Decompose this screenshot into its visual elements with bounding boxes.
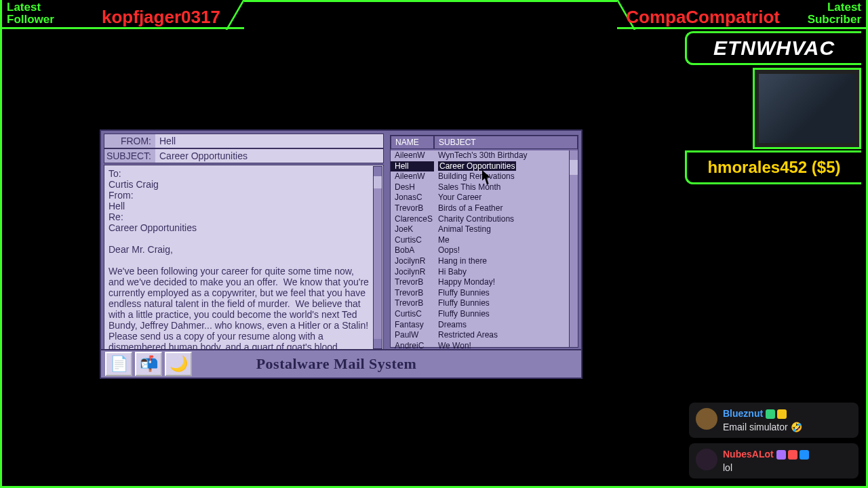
- inbox-row[interactable]: JonasCYour Career: [391, 192, 578, 203]
- night-button[interactable]: 🌙: [165, 352, 192, 376]
- inbox-row-name: CurtisC: [391, 235, 434, 246]
- inbox-header-name[interactable]: NAME: [391, 136, 434, 149]
- chat-panel: BlueznutEmail simulator 🤣NubesALotlol: [689, 397, 859, 479]
- inbox-row[interactable]: CurtisCFluffy Bunnies: [391, 309, 578, 320]
- inbox-row-name: AileenW: [391, 150, 434, 161]
- channel-logo-text: ETNWHVAC: [713, 37, 835, 60]
- inbox-row-subject: Happy Monday!: [434, 277, 578, 288]
- inbox-row[interactable]: JocilynRHang in there: [391, 256, 578, 267]
- chat-badge-icon: [776, 450, 786, 460]
- from-label: FROM:: [104, 134, 155, 148]
- compose-button[interactable]: 📄: [105, 352, 132, 376]
- inbox-row[interactable]: ClarenceSCharity Contributions: [391, 214, 578, 225]
- chat-avatar: [696, 449, 717, 470]
- message-scrollbar[interactable]: [373, 166, 382, 349]
- inbox-row[interactable]: PaulWRestricted Areas: [391, 330, 578, 341]
- inbox-row-subject: Me: [434, 235, 578, 246]
- chat-badges: [776, 450, 809, 460]
- inbox-row-name: DesH: [391, 182, 434, 193]
- inbox-row-subject: Building Renovations: [434, 171, 578, 182]
- chat-text: Email simulator 🤣: [723, 422, 852, 432]
- from-value: Hell: [155, 134, 383, 148]
- chat-badge-icon: [766, 409, 775, 419]
- inbox-header: NAME SUBJECT: [391, 136, 578, 149]
- inbox-row-subject: Birds of a Feather: [434, 203, 578, 214]
- mail-window: FROM: Hell SUBJECT: Career Opportunities…: [100, 129, 583, 379]
- inbox-row[interactable]: CurtisCMe: [391, 235, 578, 246]
- latest-subscriber-label: Latest Subcriber: [808, 1, 861, 26]
- inbox-scrollbar[interactable]: [569, 150, 578, 347]
- inbox-header-subject[interactable]: SUBJECT: [434, 136, 578, 149]
- inbox-row-name: CurtisC: [391, 309, 434, 320]
- inbox-row-subject: Fluffy Bunnies: [434, 309, 578, 320]
- inbox-row-subject: Your Career: [434, 192, 578, 203]
- inbox-row[interactable]: TrevorBBirds of a Feather: [391, 203, 578, 214]
- game-viewport: FROM: Hell SUBJECT: Career Opportunities…: [8, 31, 666, 482]
- inbox-row-subject: Hi Baby: [434, 267, 578, 278]
- inbox-row[interactable]: TrevorBFluffy Bunnies: [391, 288, 578, 299]
- inbox-row-name: TrevorB: [391, 298, 434, 309]
- donation-box: hmorales452 ($5): [685, 150, 861, 184]
- chat-message[interactable]: NubesALotlol: [689, 443, 859, 479]
- overlay-border-diag-left: [226, 0, 245, 30]
- inbox-row-subject: Animal Testing: [434, 224, 578, 235]
- inbox-row-subject: Sales This Month: [434, 182, 578, 193]
- inbox-row[interactable]: AileenWWynTech's 30th Birthday: [391, 150, 578, 161]
- inbox-row-subject: Hang in there: [434, 256, 578, 267]
- subject-label: SUBJECT:: [104, 149, 155, 163]
- inbox-row[interactable]: BobAOops!: [391, 245, 578, 256]
- inbox-row[interactable]: JoeKAnimal Testing: [391, 224, 578, 235]
- inbox-row-name: AileenW: [391, 171, 434, 182]
- inbox-row-name: PaulW: [391, 330, 434, 341]
- mail-app-title: Postalware Mail System: [193, 355, 581, 373]
- donation-text: hmorales452 ($5): [707, 158, 840, 177]
- chat-badge-icon: [777, 409, 787, 419]
- mail-toolbar: 📄 📬 🌙 Postalware Mail System: [101, 349, 581, 378]
- message-scrollbar-thumb[interactable]: [374, 176, 382, 188]
- inbox-row-name: ClarenceS: [391, 214, 434, 225]
- mailbox-button[interactable]: 📬: [135, 352, 162, 376]
- inbox-row-name: BobA: [391, 245, 434, 256]
- subject-value: Career Opportunities: [155, 149, 383, 163]
- inbox-row[interactable]: AileenWBuilding Renovations: [391, 171, 578, 182]
- inbox-row[interactable]: FantasyDreams: [391, 320, 578, 331]
- chat-badge-icon: [788, 450, 797, 460]
- message-pane: FROM: Hell SUBJECT: Career Opportunities…: [104, 134, 384, 350]
- inbox-row[interactable]: DesHSales This Month: [391, 182, 578, 193]
- inbox-row-subject: Restricted Areas: [434, 330, 578, 341]
- inbox-row-name: Fantasy: [391, 320, 434, 331]
- message-body[interactable]: To: Curtis Craig From: Hell Re: Career O…: [104, 165, 384, 350]
- chat-badge-icon: [800, 450, 809, 460]
- inbox-row-subject: WynTech's 30th Birthday: [434, 150, 578, 161]
- inbox-row-name: JocilynR: [391, 256, 434, 267]
- inbox-row-subject: Dreams: [434, 320, 578, 331]
- inbox-row-subject: Career Opportunities: [434, 161, 578, 172]
- inbox-row-name: JoeK: [391, 224, 434, 235]
- inbox-row[interactable]: TrevorBHappy Monday!: [391, 277, 578, 288]
- header-from-row: FROM: Hell: [104, 134, 384, 148]
- inbox-row-name: TrevorB: [391, 203, 434, 214]
- inbox-row[interactable]: TrevorBFluffy Bunnies: [391, 298, 578, 309]
- inbox-row[interactable]: JocilynRHi Baby: [391, 267, 578, 278]
- inbox-body: AileenWWynTech's 30th BirthdayHellCareer…: [391, 150, 578, 347]
- overlay-border-left: [0, 0, 2, 488]
- inbox-row-name: TrevorB: [391, 288, 434, 299]
- inbox-row-subject: Fluffy Bunnies: [434, 288, 578, 299]
- chat-username: Blueznut: [723, 408, 763, 419]
- moon-icon: 🌙: [170, 355, 188, 373]
- mailbox-icon: 📬: [140, 355, 158, 373]
- inbox-row-name: TrevorB: [391, 277, 434, 288]
- inbox-row-name: Hell: [391, 161, 434, 172]
- webcam-feed: [753, 68, 861, 149]
- inbox-row-subject: Charity Contributions: [434, 214, 578, 225]
- inbox-list: NAME SUBJECT AileenWWynTech's 30th Birth…: [390, 135, 578, 348]
- inbox-scrollbar-thumb[interactable]: [570, 160, 578, 175]
- inbox-row[interactable]: HellCareer Opportunities: [391, 161, 578, 172]
- chat-text: lol: [723, 462, 852, 473]
- chat-message[interactable]: BlueznutEmail simulator 🤣: [689, 403, 859, 438]
- latest-subscriber-name: CompaCompatriot: [626, 7, 780, 28]
- overlay-border-top-mid: [244, 0, 617, 2]
- inbox-row-subject: Fluffy Bunnies: [434, 298, 578, 309]
- inbox-row-name: JonasC: [391, 192, 434, 203]
- inbox-row-name: JocilynR: [391, 267, 434, 278]
